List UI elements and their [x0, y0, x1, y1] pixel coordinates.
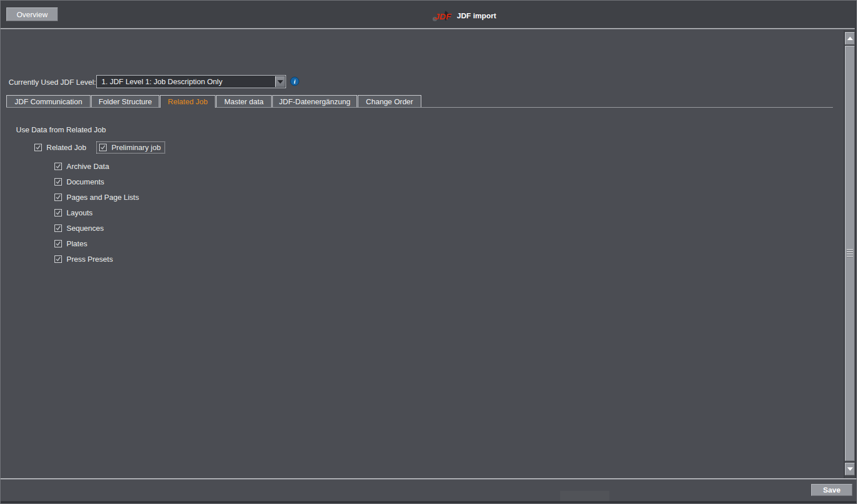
checkbox-label: Press Presets: [66, 255, 113, 263]
list-item: Archive Data: [52, 159, 142, 174]
tab-jdf-datenerg-nzung[interactable]: JDF-Datenergänzung: [272, 95, 357, 107]
tab-related-job[interactable]: Related Job: [160, 95, 216, 108]
jdf-level-select[interactable]: 1. JDF Level 1: Job Description Only: [96, 75, 286, 88]
checkbox-label: Plates: [66, 239, 87, 248]
scrollbar-grip: [847, 249, 853, 258]
tab-change-order[interactable]: Change Order: [358, 95, 421, 107]
checkbox-archive-data[interactable]: Archive Data: [52, 160, 112, 172]
checkbox-label: Pages and Page Lists: [66, 193, 139, 202]
checkbox-pages-and-page-lists[interactable]: Pages and Page Lists: [52, 191, 142, 203]
jdf-level-label: Currently Used JDF Level:: [9, 78, 96, 86]
list-item: Documents: [52, 174, 142, 190]
primary-checkbox-row: Related JobPreliminary job: [32, 141, 165, 153]
scrollbar-thumb[interactable]: [845, 46, 855, 461]
checkbox-label: Archive Data: [66, 162, 109, 171]
window-right-edge: [855, 1, 857, 504]
list-item: Sequences: [52, 220, 142, 236]
checkbox-label: Related Job: [46, 143, 86, 152]
list-item: Layouts: [52, 205, 142, 220]
list-item: Press Presets: [52, 251, 142, 267]
checkbox-sequences[interactable]: Sequences: [52, 222, 107, 234]
checkbox-icon[interactable]: [54, 240, 62, 247]
overview-button[interactable]: Overview: [6, 7, 58, 21]
checkbox-icon[interactable]: [99, 144, 107, 151]
checkbox-icon[interactable]: [54, 209, 62, 216]
checkbox-layouts[interactable]: Layouts: [52, 207, 96, 219]
content-area: Currently Used JDF Level: 1. JDF Level 1…: [1, 30, 857, 478]
checkbox-documents[interactable]: Documents: [52, 176, 107, 188]
checkbox-icon[interactable]: [54, 255, 62, 263]
tab-master-data[interactable]: Master data: [216, 95, 272, 107]
top-bar: Overview JDF JDF import: [1, 1, 856, 29]
svg-text:JDF: JDF: [435, 11, 452, 21]
list-item: Pages and Page Lists: [52, 190, 142, 205]
checkbox-preliminary-job[interactable]: Preliminary job: [96, 141, 165, 153]
info-icon[interactable]: i: [290, 77, 299, 86]
list-item: Plates: [52, 236, 142, 251]
sub-checkbox-list: Archive DataDocumentsPages and Page List…: [52, 159, 142, 267]
jdf-level-selected-value: 1. JDF Level 1: Job Description Only: [101, 77, 222, 86]
title-group: JDF JDF import: [432, 8, 496, 23]
checkbox-label: Sequences: [66, 224, 104, 233]
save-button[interactable]: Save: [811, 484, 852, 496]
checkbox-icon[interactable]: [54, 194, 62, 201]
window-bottom-edge: [1, 501, 856, 503]
checkbox-plates[interactable]: Plates: [52, 238, 90, 250]
checkbox-label: Layouts: [66, 208, 93, 217]
checkbox-icon[interactable]: [34, 144, 42, 151]
vertical-scrollbar[interactable]: [844, 30, 855, 478]
jdf-import-window: Overview JDF JDF import Currently Used J…: [0, 0, 857, 504]
section-label: Use Data from Related Job: [16, 125, 106, 134]
checkbox-press-presets[interactable]: Press Presets: [52, 253, 116, 265]
footer-bar: Save: [1, 478, 857, 504]
tab-folder-structure[interactable]: Folder Structure: [91, 95, 159, 107]
checkbox-icon[interactable]: [54, 225, 62, 232]
checkbox-icon[interactable]: [54, 163, 62, 170]
checkbox-label: Preliminary job: [111, 143, 161, 152]
checkbox-label: Documents: [66, 178, 104, 186]
page-title: JDF import: [457, 11, 496, 20]
checkbox-icon[interactable]: [54, 178, 62, 186]
jdf-logo-icon: JDF: [432, 9, 452, 23]
tab-bar: JDF CommunicationFolder StructureRelated…: [1, 95, 838, 108]
scroll-up-icon[interactable]: [845, 32, 855, 45]
scroll-down-icon[interactable]: [845, 463, 855, 475]
tab-jdf-communication[interactable]: JDF Communication: [6, 95, 91, 107]
checkbox-related-job[interactable]: Related Job: [32, 141, 89, 153]
chevron-down-icon[interactable]: [275, 76, 285, 87]
